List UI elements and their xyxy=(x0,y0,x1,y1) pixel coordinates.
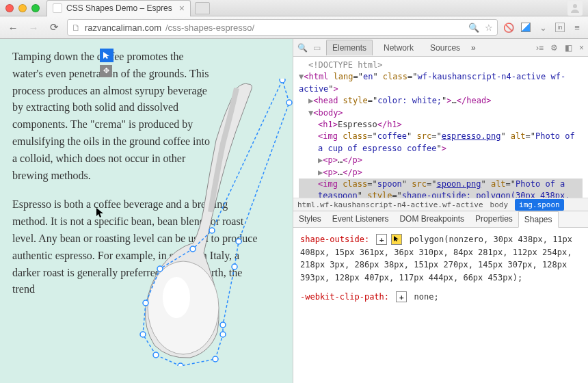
dom-h1-text: Espresso xyxy=(338,120,377,129)
sidetab-styles[interactable]: Styles xyxy=(293,211,327,227)
svg-point-10 xyxy=(280,79,285,83)
shape-outside-label: shape-outside: xyxy=(300,235,369,244)
svg-point-13 xyxy=(232,264,237,269)
dock-icon[interactable]: ◧ xyxy=(565,43,572,53)
forward-button[interactable]: → xyxy=(26,20,41,35)
browser-toolbar: ← → ⟳ 🗋 razvancaliman.com/css-shapes-esp… xyxy=(0,16,588,39)
url-bar[interactable]: 🗋 razvancaliman.com/css-shapes-espresso/… xyxy=(67,19,498,36)
browser-tab[interactable]: CSS Shapes Demo – Espres × xyxy=(46,0,191,16)
shape-outside-row: shape-outside: + polygon(nonzero, 30px 4… xyxy=(300,233,581,284)
settings-icon[interactable]: ⚙ xyxy=(550,43,558,53)
dom-doctype: <!DOCTYPE html> xyxy=(299,60,583,71)
favicon-icon xyxy=(53,3,62,13)
clip-path-row: -webkit-clip-path: + none; xyxy=(300,291,581,304)
search-icon[interactable]: 🔍 xyxy=(468,23,479,33)
traffic-lights xyxy=(5,4,40,12)
shapes-panel: shape-outside: + polygon(nonzero, 30px 4… xyxy=(293,228,588,383)
delicious-icon[interactable] xyxy=(521,23,531,32)
svg-point-5 xyxy=(140,332,146,337)
add-point-button[interactable]: + xyxy=(376,234,387,245)
svg-point-2 xyxy=(163,277,190,318)
crumb-body[interactable]: body xyxy=(490,200,509,209)
svg-point-15 xyxy=(220,332,226,337)
inspect-icon[interactable]: 🔍 xyxy=(297,43,308,53)
linkedin-icon[interactable]: in xyxy=(555,23,565,32)
devtools-panel: 🔍 ▭ Elements Network Sources » ›≡ ⚙ ◧ × … xyxy=(293,39,588,383)
tab-close-icon[interactable]: × xyxy=(179,3,185,14)
devtools-side-tabs: Styles Event Listeners DOM Breakpoints P… xyxy=(293,211,588,228)
clip-path-label: -webkit-clip-path: xyxy=(300,292,389,302)
maximize-window-icon[interactable] xyxy=(31,4,40,12)
reload-button[interactable]: ⟳ xyxy=(46,20,62,35)
sidetab-properties[interactable]: Properties xyxy=(470,211,518,227)
tab-title: CSS Shapes Demo – Espres xyxy=(66,3,172,13)
sidetab-shapes[interactable]: Shapes xyxy=(518,211,559,228)
url-path: /css-shapes-espresso/ xyxy=(165,23,254,33)
extensions-area: 🚫 ⌄ in ≡ xyxy=(503,22,583,33)
menu-icon[interactable]: ≡ xyxy=(572,22,583,33)
pocket-icon[interactable]: ⌄ xyxy=(537,22,548,33)
devtools-toolbar: 🔍 ▭ Elements Network Sources » ›≡ ⚙ ◧ × xyxy=(293,39,588,57)
url-domain: razvancaliman.com xyxy=(85,23,161,33)
close-window-icon[interactable] xyxy=(5,4,14,12)
dom-selected-node[interactable]: <img class="spoon" src="spoon.png" alt="… xyxy=(299,179,583,198)
window-titlebar: CSS Shapes Demo – Espres × xyxy=(0,0,588,16)
dom-breadcrumb[interactable]: html.wf-kaushanscript-n4-active.wf-activ… xyxy=(293,198,588,211)
tab-sources[interactable]: Sources xyxy=(425,40,466,55)
mouse-cursor-icon xyxy=(96,207,107,224)
device-icon[interactable]: ▭ xyxy=(313,43,321,53)
svg-point-12 xyxy=(236,239,241,244)
svg-point-8 xyxy=(190,246,196,252)
move-icon[interactable]: ✥ xyxy=(100,65,112,77)
svg-point-7 xyxy=(157,266,163,272)
svg-point-0 xyxy=(573,4,577,8)
tab-network[interactable]: Network xyxy=(378,40,419,55)
back-button[interactable]: ← xyxy=(5,20,21,35)
adblock-icon[interactable]: 🚫 xyxy=(503,22,514,33)
sidetab-event-listeners[interactable]: Event Listeners xyxy=(327,211,395,227)
spoon-image[interactable] xyxy=(135,79,293,366)
clip-path-add-button[interactable]: + xyxy=(396,291,407,302)
close-devtools-icon[interactable]: × xyxy=(579,43,584,53)
page-icon: 🗋 xyxy=(72,23,81,33)
star-icon[interactable]: ☆ xyxy=(485,23,493,33)
svg-point-17 xyxy=(178,363,183,366)
console-icon[interactable]: ›≡ xyxy=(536,43,544,53)
profile-avatar-icon[interactable] xyxy=(567,1,583,16)
minimize-window-icon[interactable] xyxy=(18,4,27,12)
svg-point-14 xyxy=(220,322,226,328)
svg-point-6 xyxy=(143,300,148,306)
tab-elements[interactable]: Elements xyxy=(326,40,373,55)
shape-editor-toggle-icon[interactable] xyxy=(100,49,113,62)
dom-tree[interactable]: <!DOCTYPE html> ▼<html lang="en" class="… xyxy=(293,57,588,198)
svg-point-16 xyxy=(213,356,218,362)
sidetab-dom-breakpoints[interactable]: DOM Breakpoints xyxy=(394,211,470,227)
crumb-img-spoon[interactable]: img.spoon xyxy=(515,199,564,211)
crumb-html[interactable]: html.wf-kaushanscript-n4-active.wf-activ… xyxy=(297,200,483,209)
new-tab-button[interactable] xyxy=(195,2,210,14)
svg-point-11 xyxy=(286,100,292,105)
more-tabs-icon[interactable]: » xyxy=(471,43,476,53)
svg-point-9 xyxy=(209,228,215,233)
clip-path-value[interactable]: none; xyxy=(414,292,439,302)
svg-point-4 xyxy=(153,352,159,358)
polygon-editor-button[interactable] xyxy=(391,234,402,245)
page-content: ✥ Tamping down the coffee promotes the w… xyxy=(0,39,293,383)
